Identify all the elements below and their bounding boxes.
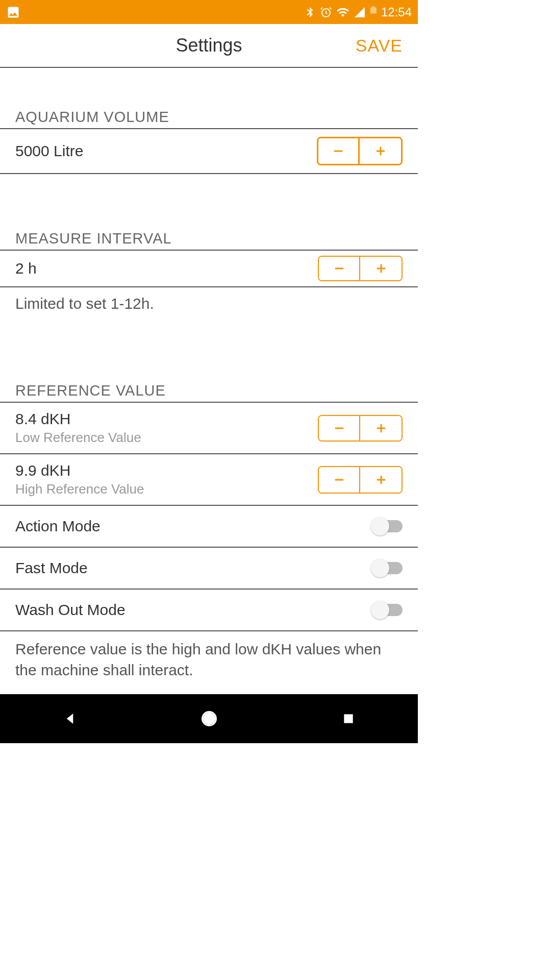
fast-mode-toggle[interactable]	[371, 559, 403, 577]
save-button[interactable]: SAVE	[356, 36, 403, 56]
bluetooth-icon	[305, 7, 316, 18]
measure-interval-header: MEASURE INTERVAL	[0, 230, 418, 251]
interval-plus-button[interactable]	[360, 257, 402, 280]
back-button[interactable]	[60, 708, 80, 729]
svg-point-17	[204, 714, 214, 724]
low-reference-value: 8.4 dKH	[15, 410, 141, 428]
aquarium-volume-value: 5000 Litre	[15, 142, 83, 160]
measure-interval-value: 2 h	[15, 260, 37, 277]
action-mode-label: Action Mode	[15, 518, 101, 535]
wash-out-mode-label: Wash Out Mode	[15, 601, 126, 619]
home-button[interactable]	[199, 708, 219, 729]
image-icon	[6, 5, 20, 19]
fast-mode-row: Fast Mode	[0, 548, 418, 590]
high-reference-value: 9.9 dKH	[15, 462, 144, 479]
svg-rect-3	[372, 6, 375, 7]
fast-mode-label: Fast Mode	[15, 559, 88, 577]
recent-apps-button[interactable]	[338, 708, 359, 729]
wash-out-mode-toggle[interactable]	[371, 601, 403, 619]
signal-icon	[354, 6, 366, 18]
battery-icon	[370, 6, 377, 18]
status-bar: 12:54	[0, 0, 418, 24]
aquarium-volume-stepper	[317, 137, 403, 165]
app-header: Settings SAVE	[0, 24, 418, 68]
interval-helper-text: Limited to set 1-12h.	[0, 287, 418, 321]
alarm-icon	[320, 6, 332, 18]
reference-footer-text: Reference value is the high and low dKH …	[0, 631, 418, 688]
low-ref-plus-button[interactable]	[360, 416, 402, 440]
aquarium-volume-row: 5000 Litre	[0, 129, 418, 174]
low-reference-stepper	[318, 415, 403, 442]
svg-rect-18	[344, 714, 353, 723]
svg-rect-2	[370, 13, 377, 18]
wash-out-mode-row: Wash Out Mode	[0, 590, 418, 631]
aquarium-minus-button[interactable]	[318, 138, 360, 164]
measure-interval-stepper	[318, 256, 403, 281]
reference-value-header: REFERENCE VALUE	[0, 382, 418, 403]
high-reference-stepper	[318, 466, 403, 494]
high-ref-plus-button[interactable]	[360, 467, 402, 493]
action-mode-row: Action Mode	[0, 506, 418, 548]
status-time: 12:54	[381, 5, 412, 19]
wifi-icon	[336, 6, 349, 19]
high-ref-minus-button[interactable]	[319, 467, 360, 493]
high-reference-label: High Reference Value	[15, 481, 144, 497]
interval-minus-button[interactable]	[319, 257, 360, 280]
low-reference-row: 8.4 dKH Low Reference Value	[0, 403, 418, 454]
aquarium-volume-header: AQUARIUM VOLUME	[0, 109, 418, 129]
measure-interval-row: 2 h	[0, 251, 418, 287]
aquarium-plus-button[interactable]	[360, 138, 401, 164]
android-nav-bar	[0, 694, 418, 743]
action-mode-toggle[interactable]	[371, 517, 403, 535]
low-ref-minus-button[interactable]	[319, 416, 360, 440]
low-reference-label: Low Reference Value	[15, 430, 141, 446]
page-title: Settings	[176, 35, 242, 56]
high-reference-row: 9.9 dKH High Reference Value	[0, 454, 418, 506]
